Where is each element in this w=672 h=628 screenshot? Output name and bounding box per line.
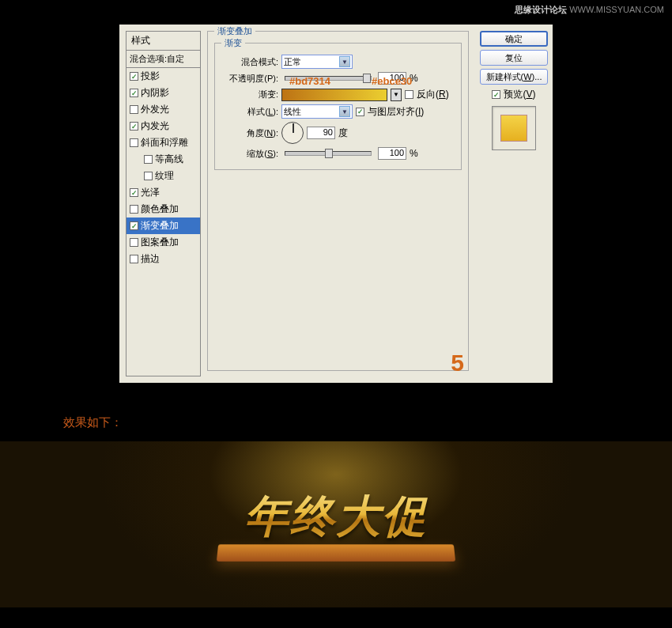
sidebar-item-inner-glow[interactable]: 内发光 xyxy=(126,118,200,134)
checkbox-icon[interactable] xyxy=(130,138,138,147)
preview-label: 预览(V) xyxy=(504,88,535,101)
align-checkbox[interactable] xyxy=(356,108,364,116)
settings-panel: 渐变叠加 渐变 混合模式: 正常▼ 不透明度(P): 100 % 渐变: ▼ xyxy=(201,25,475,383)
align-label: 与图层对齐(I) xyxy=(368,105,424,119)
sidebar-item-texture[interactable]: 纹理 xyxy=(126,168,200,184)
blend-mode-label: 混合模式: xyxy=(221,56,278,68)
sidebar-item-pattern-overlay[interactable]: 图案叠加 xyxy=(126,234,200,251)
sidebar-item-gradient-overlay[interactable]: 渐变叠加 xyxy=(126,218,200,234)
sidebar-item-inner-shadow[interactable]: 内阴影 xyxy=(126,85,200,101)
preview-swatch-box xyxy=(492,106,536,150)
scale-slider[interactable] xyxy=(285,151,372,156)
new-style-button[interactable]: 新建样式(W)... xyxy=(480,69,548,85)
result-banner: 年终大促 xyxy=(0,441,672,607)
style-select[interactable]: 线性▼ xyxy=(281,104,353,119)
checkbox-icon[interactable] xyxy=(130,238,138,247)
scale-input[interactable]: 100 xyxy=(378,147,406,160)
color-annotation-1: #bd7314 xyxy=(289,75,330,87)
layer-style-dialog: 样式 混合选项:自定 投影 内阴影 外发光 内发光 斜面和浮雕 等高线 纹理 光… xyxy=(119,24,553,384)
checkbox-icon[interactable] xyxy=(130,105,138,114)
gradient-preview[interactable] xyxy=(281,89,387,101)
checkbox-icon[interactable] xyxy=(144,172,153,180)
checkbox-icon[interactable] xyxy=(130,72,138,81)
blend-mode-select[interactable]: 正常▼ xyxy=(281,55,353,69)
checkbox-icon[interactable] xyxy=(130,89,138,97)
opacity-label: 不透明度(P): xyxy=(221,73,278,85)
sidebar-item-stroke[interactable]: 描边 xyxy=(126,251,200,267)
preview-swatch xyxy=(500,115,527,142)
angle-label: 角度(N): xyxy=(221,127,278,139)
banner-platform xyxy=(217,544,455,562)
reverse-checkbox[interactable] xyxy=(405,90,413,99)
checkbox-icon[interactable] xyxy=(130,255,138,263)
reverse-label: 反向(R) xyxy=(417,88,449,101)
checkbox-icon[interactable] xyxy=(130,122,138,131)
angle-input[interactable]: 90 xyxy=(307,127,335,139)
blend-options[interactable]: 混合选项:自定 xyxy=(126,51,200,68)
checkbox-icon[interactable] xyxy=(130,188,138,197)
checkbox-icon[interactable] xyxy=(130,221,138,230)
sidebar-title: 样式 xyxy=(126,32,200,51)
sidebar-item-bevel[interactable]: 斜面和浮雕 xyxy=(126,134,200,151)
preview-checkbox[interactable] xyxy=(492,90,500,99)
panel-title: 渐变叠加 xyxy=(214,25,255,37)
ok-button[interactable]: 确定 xyxy=(480,31,548,47)
gradient-dropdown[interactable]: ▼ xyxy=(391,89,402,101)
scale-label: 缩放(S): xyxy=(221,148,278,160)
sidebar-item-color-overlay[interactable]: 颜色叠加 xyxy=(126,201,200,218)
color-annotation-2: #ebce30 xyxy=(372,75,412,87)
chevron-down-icon: ▼ xyxy=(339,56,350,67)
sidebar-item-outer-glow[interactable]: 外发光 xyxy=(126,101,200,118)
style-label: 样式(L): xyxy=(221,106,278,118)
sidebar-item-satin[interactable]: 光泽 xyxy=(126,184,200,201)
step-number: 5 xyxy=(451,350,464,376)
reset-button[interactable]: 复位 xyxy=(480,50,548,66)
button-column: 确定 复位 新建样式(W)... 预览(V) xyxy=(475,25,553,383)
result-label: 效果如下： xyxy=(63,415,672,430)
sidebar-item-drop-shadow[interactable]: 投影 xyxy=(126,68,200,85)
checkbox-icon[interactable] xyxy=(144,155,153,164)
sidebar-item-contour[interactable]: 等高线 xyxy=(126,151,200,168)
gradient-label: 渐变: xyxy=(221,89,278,100)
chevron-down-icon: ▼ xyxy=(339,106,350,117)
banner-text: 年终大促 xyxy=(244,487,428,547)
watermark: 思缘设计论坛 WWW.MISSYUAN.COM xyxy=(515,4,664,16)
angle-dial[interactable] xyxy=(281,122,304,144)
checkbox-icon[interactable] xyxy=(130,205,138,214)
panel-subtitle: 渐变 xyxy=(221,37,245,49)
style-sidebar: 样式 混合选项:自定 投影 内阴影 外发光 内发光 斜面和浮雕 等高线 纹理 光… xyxy=(126,31,201,376)
